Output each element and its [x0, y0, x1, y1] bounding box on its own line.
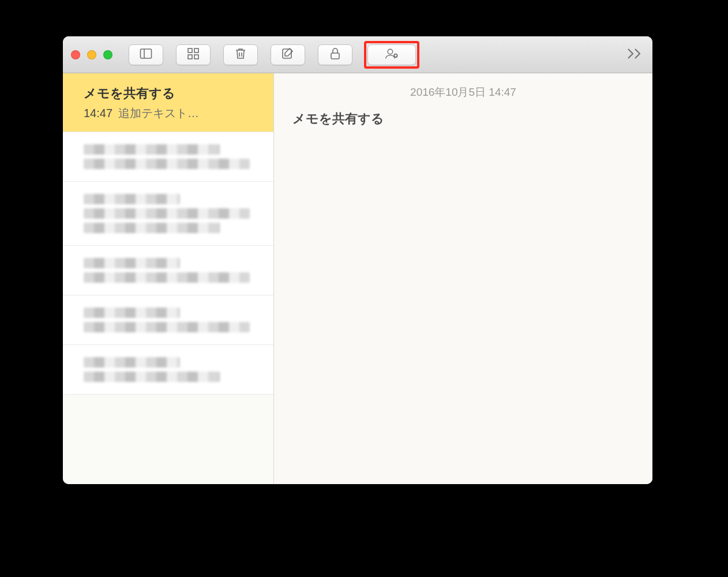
list-item[interactable]: メモを共有する 14:47追加テキスト… [63, 73, 273, 132]
toolbar-overflow-button[interactable] [626, 48, 644, 62]
lock-note-button[interactable] [318, 44, 352, 65]
svg-point-10 [388, 49, 393, 54]
toolbar [63, 36, 652, 73]
trash-icon [234, 47, 247, 63]
list-item[interactable] [63, 246, 273, 295]
add-person-icon [385, 47, 399, 63]
delete-note-button[interactable] [223, 44, 258, 65]
chevron-double-right-icon [626, 48, 644, 62]
svg-rect-5 [194, 55, 198, 59]
grid-icon [186, 47, 200, 63]
svg-rect-9 [331, 53, 339, 59]
svg-rect-4 [188, 55, 192, 59]
notes-list: メモを共有する 14:47追加テキスト… [63, 73, 274, 484]
window-controls [71, 50, 112, 59]
note-time: 14:47 [84, 107, 112, 119]
list-item[interactable] [63, 132, 273, 182]
compose-icon [281, 47, 295, 63]
content-split: メモを共有する 14:47追加テキスト… [63, 73, 652, 484]
svg-rect-0 [141, 49, 152, 58]
svg-rect-3 [194, 48, 198, 53]
note-subtitle: 14:47追加テキスト… [84, 106, 258, 121]
app-window: メモを共有する 14:47追加テキスト… [63, 36, 652, 484]
list-item[interactable] [63, 182, 273, 246]
note-timestamp: 2016年10月5日 14:47 [292, 85, 634, 100]
list-item[interactable] [63, 295, 273, 345]
close-window-button[interactable] [71, 50, 80, 59]
share-note-button[interactable] [367, 44, 416, 65]
note-heading: メモを共有する [292, 110, 634, 128]
lock-icon [328, 47, 342, 63]
new-note-button[interactable] [271, 44, 305, 65]
zoom-window-button[interactable] [103, 50, 112, 59]
list-item[interactable] [63, 345, 273, 395]
tutorial-highlight-box [364, 41, 419, 69]
toggle-sidebar-button[interactable] [129, 44, 163, 65]
svg-rect-2 [188, 48, 192, 53]
grid-view-button[interactable] [176, 44, 211, 65]
note-title: メモを共有する [84, 85, 258, 102]
note-editor[interactable]: 2016年10月5日 14:47 メモを共有する [274, 73, 652, 484]
sidebar-toggle-icon [139, 47, 153, 63]
minimize-window-button[interactable] [87, 50, 96, 59]
note-preview: 追加テキスト… [118, 107, 199, 119]
